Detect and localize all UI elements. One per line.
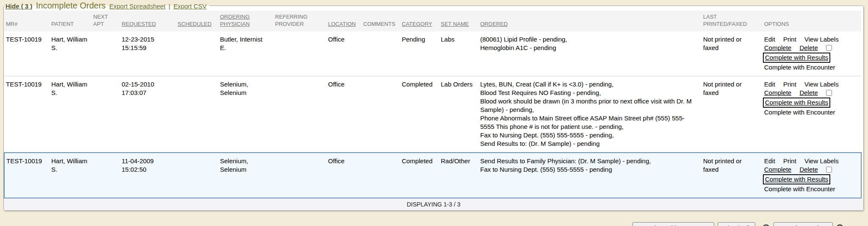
cell-referring-provider xyxy=(273,153,326,198)
sort-requested-link[interactable]: REQUESTED xyxy=(122,21,156,27)
cell-ordering-physician: Selenium, Selenium xyxy=(218,153,273,198)
cell-ordering-physician: Butler, Internist E. xyxy=(218,31,273,76)
cell-options: Edit Print View Labels Complete Delete C… xyxy=(762,31,861,76)
header-last-printed-faxed: LAST PRINTED/FAXED xyxy=(701,11,762,31)
cell-set-name: Rad/Other xyxy=(439,153,479,198)
check-all-button[interactable]: Check All xyxy=(718,222,755,226)
cell-mr: TEST-10019 xyxy=(4,76,50,153)
cell-mr: TEST-10019 xyxy=(4,153,50,198)
panel-legend: Hide ( 3 ) Incomplete Orders Export Spre… xyxy=(5,1,209,11)
sort-scheduled-link[interactable]: SCHEDULED xyxy=(178,21,211,27)
order-checkbox[interactable] xyxy=(826,45,832,51)
complete-with-encounter-link[interactable]: Complete with Encounter xyxy=(764,109,835,116)
paging-status: DISPLAYING 1-3 / 3 xyxy=(4,198,863,210)
order-row: TEST-10019 Hart, William S. 02-15-2010 1… xyxy=(4,76,861,153)
header-referring-provider: REFERRING PROVIDER xyxy=(273,11,326,31)
cell-last-printed: Not printed or faxed xyxy=(701,153,762,198)
cell-requested: 02-15-2010 17:03:07 xyxy=(120,76,176,153)
sort-category-link[interactable]: CATEGORY xyxy=(402,21,432,27)
cell-location: Office xyxy=(326,76,362,153)
cell-next-apt xyxy=(92,153,120,198)
header-patient: PATIENT xyxy=(50,11,92,31)
header-ordered: ORDERED xyxy=(479,11,701,31)
cell-set-name: Lab Orders xyxy=(439,76,479,153)
complete-with-encounter-button[interactable]: Complete with Encounter xyxy=(632,222,715,226)
order-checkbox[interactable] xyxy=(826,167,832,173)
print-link[interactable]: Print xyxy=(783,36,796,43)
print-link[interactable]: Print xyxy=(783,81,796,88)
cell-options: Edit Print View Labels Complete Delete C… xyxy=(762,153,861,198)
cell-patient: Hart, William S. xyxy=(50,76,92,153)
cell-referring-provider xyxy=(273,76,326,153)
cell-requested: 12-23-2015 15:15:59 xyxy=(120,31,176,76)
edit-link[interactable]: Edit xyxy=(764,81,775,88)
complete-link[interactable]: Complete xyxy=(764,89,791,96)
panel-title: Incomplete Orders xyxy=(36,1,106,10)
complete-with-results-link[interactable]: Complete with Results xyxy=(763,53,830,63)
delete-link[interactable]: Delete xyxy=(799,44,818,51)
bottom-actions: Complete with Encounter Check All ? Comp… xyxy=(0,222,868,226)
incomplete-orders-panel: Hide ( 3 ) Incomplete Orders Export Spre… xyxy=(3,1,864,211)
order-row-selected: TEST-10019 Hart, William S. 11-04-2009 1… xyxy=(4,153,861,198)
cell-scheduled xyxy=(176,153,218,198)
cell-category: Completed xyxy=(400,76,439,153)
header-location: LOCATION xyxy=(326,11,362,31)
cell-location: Office xyxy=(326,153,362,198)
complete-link[interactable]: Complete xyxy=(764,166,791,173)
export-separator: | xyxy=(169,3,170,10)
cell-requested: 11-04-2009 15:02:50 xyxy=(120,153,176,198)
cell-patient: Hart, William S. xyxy=(50,153,92,198)
header-next-apt: NEXT APT xyxy=(92,11,120,31)
help-icon[interactable]: ? xyxy=(762,224,770,226)
cell-ordering-physician: Selenium, Selenium xyxy=(218,76,273,153)
delete-link[interactable]: Delete xyxy=(799,89,818,96)
header-scheduled: SCHEDULED xyxy=(176,11,218,31)
delete-link[interactable]: Delete xyxy=(799,166,818,173)
complete-with-encounter-link[interactable]: Complete with Encounter xyxy=(764,185,835,193)
cell-next-apt xyxy=(92,31,120,76)
view-labels-link[interactable]: View Labels xyxy=(804,157,839,165)
export-csv-link[interactable]: Export CSV xyxy=(173,3,206,10)
cell-ordered: (80061) Lipid Profile - pending, Hemoglo… xyxy=(479,31,701,76)
complete-link[interactable]: Complete xyxy=(764,44,791,51)
cell-last-printed: Not printed or faxed xyxy=(701,31,762,76)
sort-ordered-link[interactable]: ORDERED xyxy=(480,21,508,27)
cell-location: Office xyxy=(326,31,362,76)
help-icon[interactable]: ? xyxy=(836,224,843,226)
view-labels-link[interactable]: View Labels xyxy=(804,36,839,43)
complete-with-results-link[interactable]: Complete with Results xyxy=(763,174,830,184)
cell-category: Completed xyxy=(400,153,439,198)
print-link[interactable]: Print xyxy=(783,157,796,165)
cell-patient: Hart, William S. xyxy=(50,31,92,76)
complete-with-results-link[interactable]: Complete with Results xyxy=(763,98,830,108)
header-ordering-physician: ORDERING PHYSICIAN xyxy=(218,11,273,31)
order-row: TEST-10019 Hart, William S. 12-23-2015 1… xyxy=(4,31,861,76)
view-labels-link[interactable]: View Labels xyxy=(804,81,839,88)
export-spreadsheet-link[interactable]: Export Spreadsheet xyxy=(109,3,166,10)
cell-mr: TEST-10019 xyxy=(4,31,50,76)
header-options: OPTIONS xyxy=(762,11,861,31)
cell-set-name: Labs xyxy=(439,31,479,76)
hide-link[interactable]: Hide ( 3 ) xyxy=(6,3,32,10)
order-checkbox[interactable] xyxy=(826,90,832,96)
header-mr: MR# xyxy=(4,11,50,31)
cell-ordered: Lytes, BUN, Creat (Call if K+ is <3.0) -… xyxy=(479,76,701,153)
edit-link[interactable]: Edit xyxy=(764,36,775,43)
sort-ordering-physician-link[interactable]: ORDERING PHYSICIAN xyxy=(220,14,250,27)
sort-location-link[interactable]: LOCATION xyxy=(328,21,356,27)
header-category: CATEGORY xyxy=(400,11,439,31)
edit-link[interactable]: Edit xyxy=(764,157,775,165)
cell-ordered: Send Results to Family Physician: (Dr. M… xyxy=(479,153,701,198)
cell-last-printed: Not printed or faxed xyxy=(701,76,762,153)
header-set-name: SET NAME xyxy=(439,11,479,31)
cell-comments xyxy=(362,76,400,153)
cell-comments xyxy=(362,31,400,76)
complete-orders-button[interactable]: Complete Orders xyxy=(773,222,833,226)
cell-referring-provider xyxy=(273,31,326,76)
complete-with-encounter-link[interactable]: Complete with Encounter xyxy=(764,64,835,71)
header-row: MR# PATIENT NEXT APT REQUESTED SCHEDULED… xyxy=(4,11,861,31)
cell-scheduled xyxy=(176,76,218,153)
cell-options: Edit Print View Labels Complete Delete C… xyxy=(762,76,861,153)
orders-table: MR# PATIENT NEXT APT REQUESTED SCHEDULED… xyxy=(4,11,862,198)
sort-set-name-link[interactable]: SET NAME xyxy=(441,21,469,27)
